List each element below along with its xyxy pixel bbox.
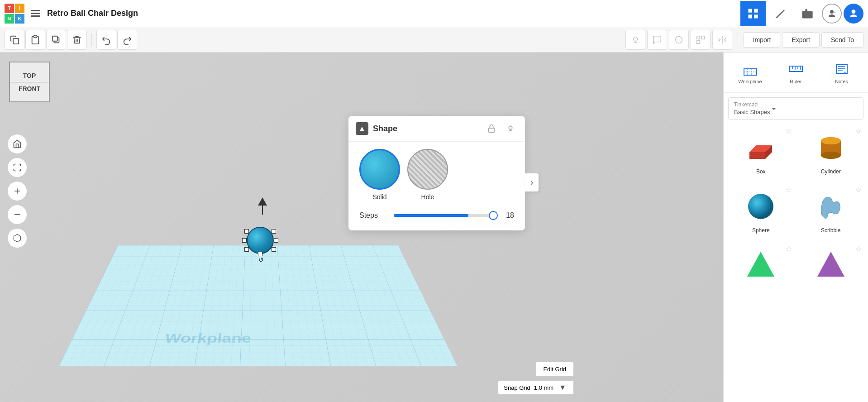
menu-icon[interactable] <box>29 8 43 19</box>
redo-button[interactable] <box>117 30 137 50</box>
canvas-area[interactable]: TOP FRONT <box>0 53 723 402</box>
shape-type-options: Solid Hole <box>348 142 525 208</box>
hole-option[interactable]: Hole <box>407 149 448 201</box>
edit-grid-button[interactable]: Edit Grid <box>535 362 574 377</box>
import-button[interactable]: Import <box>744 32 781 48</box>
home-nav-button[interactable] <box>7 134 27 154</box>
paste-button[interactable] <box>25 30 45 50</box>
tinkercad-logo[interactable]: T I N K <box>5 4 24 24</box>
handle-top-left[interactable] <box>244 229 249 234</box>
library-dropdown[interactable]: Tinkercad Basic Shapes <box>728 97 863 120</box>
shapes-grid: ☆ Box ☆ <box>728 125 863 297</box>
send-to-button[interactable]: Send To <box>821 32 863 48</box>
panel-expand-arrow[interactable]: › <box>525 173 539 191</box>
comment-tool-button[interactable] <box>647 30 667 50</box>
scribble-label: Scribble <box>821 227 840 234</box>
scribble-shape-card[interactable]: ☆ Scribble <box>798 184 864 238</box>
ruler-tool-button[interactable]: Ruler <box>774 57 818 88</box>
handle-bot-left[interactable] <box>244 247 249 252</box>
workplane-grid <box>59 245 457 366</box>
cylinder-shape-card[interactable]: ☆ Cylinder <box>798 125 864 179</box>
workplane-surface[interactable]: Workplane <box>59 245 457 366</box>
grid-view-button[interactable] <box>740 1 766 26</box>
sphere-shape-preview <box>743 188 779 225</box>
undo-button[interactable] <box>96 30 116 50</box>
pyramid-shape-card[interactable]: ☆ Pyramid <box>728 243 794 297</box>
scribble-shape-preview <box>813 188 849 225</box>
delete-button[interactable] <box>67 30 87 50</box>
cone-favorite-icon[interactable]: ☆ <box>855 244 862 253</box>
nav-controls <box>7 134 27 248</box>
snap-grid-control: Snap Grid 1.0 mm ▼ <box>498 380 574 395</box>
workplane-btn-label: Workplane <box>738 79 762 84</box>
panel-lock-button[interactable] <box>484 121 499 136</box>
cone-shape-card[interactable]: ☆ Cone <box>798 243 864 297</box>
handle-mid-left[interactable] <box>242 238 247 243</box>
selected-sphere[interactable]: ↺ <box>242 225 278 256</box>
ruler-btn-label: Ruler <box>790 79 801 84</box>
zoom-out-button[interactable] <box>7 205 27 225</box>
viewport[interactable]: TOP FRONT <box>0 53 723 402</box>
panel-title: Shape <box>373 124 480 134</box>
circle-tool-button[interactable] <box>669 30 689 50</box>
snap-grid-dropdown[interactable]: ▼ <box>557 383 568 392</box>
handle-top-right[interactable] <box>272 229 276 234</box>
steps-thumb[interactable] <box>489 211 498 220</box>
svg-point-38 <box>821 152 841 159</box>
box-shape-card[interactable]: ☆ Box <box>728 125 794 179</box>
user-avatar[interactable] <box>844 4 863 24</box>
snap-grid-value: 1.0 mm <box>534 384 553 391</box>
library-group-name: Tinkercad <box>734 101 770 108</box>
grid-align-button[interactable] <box>691 30 711 50</box>
pyramid-favorite-icon[interactable]: ☆ <box>786 244 792 253</box>
light-tool-button[interactable] <box>625 30 645 50</box>
mirror-button[interactable] <box>712 30 732 50</box>
3d-view-button[interactable] <box>7 228 27 248</box>
sphere-favorite-icon[interactable]: ☆ <box>786 186 792 194</box>
svg-rect-11 <box>696 36 699 38</box>
svg-rect-2 <box>749 14 752 18</box>
cube-face[interactable]: TOP FRONT <box>9 62 50 102</box>
shape-panel: ▲ Shape Solid Hole <box>348 116 525 230</box>
header: T I N K Retro Ball Chair Design <box>0 0 868 27</box>
panel-light-button[interactable] <box>503 121 518 136</box>
logo-n: N <box>5 14 14 24</box>
handle-bot-right[interactable] <box>272 247 276 252</box>
projects-button[interactable] <box>795 1 820 26</box>
svg-rect-5 <box>13 38 19 44</box>
toolbar-separator <box>91 33 92 47</box>
fit-nav-button[interactable] <box>7 158 27 177</box>
export-button[interactable]: Export <box>782 32 819 48</box>
workplane-tool-button[interactable]: Workplane <box>728 57 772 88</box>
sphere-shape-card[interactable]: ☆ Sphe <box>728 184 794 238</box>
steps-row: Steps 18 <box>348 208 525 223</box>
scribble-favorite-icon[interactable]: ☆ <box>855 186 862 194</box>
box-favorite-icon[interactable]: ☆ <box>786 127 792 135</box>
steps-slider[interactable] <box>394 214 493 217</box>
panel-collapse-button[interactable]: ▲ <box>356 122 368 135</box>
zoom-in-button[interactable] <box>7 181 27 201</box>
edit-button[interactable] <box>768 1 793 26</box>
project-title: Retro Ball Chair Design <box>47 9 740 18</box>
notes-tool-button[interactable]: Notes <box>820 57 863 88</box>
duplicate-button[interactable] <box>46 30 66 50</box>
svg-rect-12 <box>701 36 704 38</box>
main-area: TOP FRONT <box>0 53 868 402</box>
logo-t: T <box>5 4 14 13</box>
view-cube[interactable]: TOP FRONT <box>9 62 54 125</box>
right-panel-top-buttons: Workplane Ruler <box>724 53 868 93</box>
solid-option[interactable]: Solid <box>359 149 400 201</box>
svg-rect-6 <box>33 35 37 37</box>
cylinder-favorite-icon[interactable]: ☆ <box>855 127 862 135</box>
handle-mid-right[interactable] <box>274 238 278 243</box>
svg-point-40 <box>748 194 773 219</box>
rotate-handle[interactable]: ↺ <box>258 256 264 263</box>
box-shape-preview <box>743 129 779 166</box>
toolbar: Import Export Send To <box>0 27 868 53</box>
add-user-button[interactable] <box>822 4 842 24</box>
copy-button[interactable] <box>5 30 24 50</box>
hole-label: Hole <box>421 193 434 201</box>
toolbar-view-tools: Import Export Send To <box>625 30 863 50</box>
svg-rect-19 <box>489 128 495 132</box>
handle-bot-mid[interactable] <box>258 252 262 256</box>
